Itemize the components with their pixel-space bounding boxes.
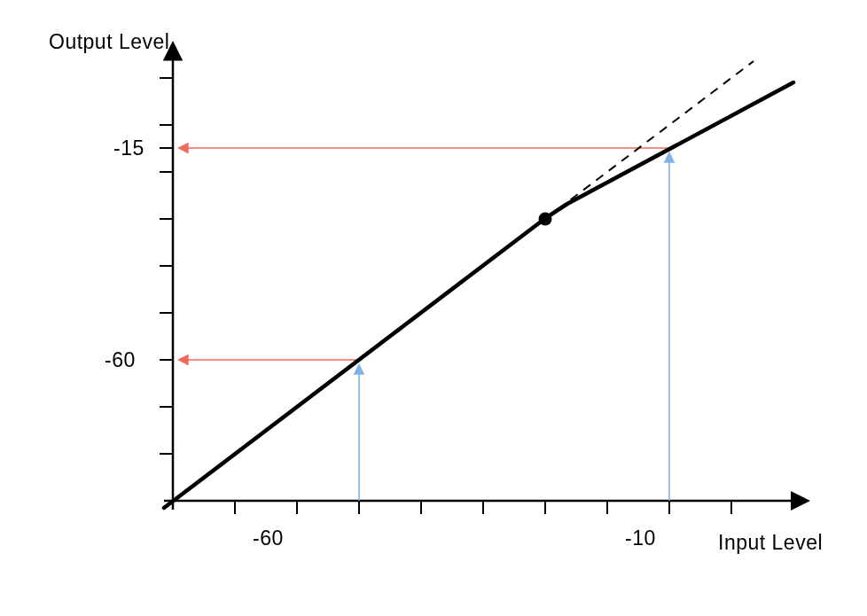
x-tick-label-10: -10 xyxy=(625,526,656,550)
y-ticks xyxy=(160,78,173,454)
chart-container: Output Level Input Level -15 -60 -60 -10 xyxy=(0,0,867,616)
x-tick-label-60: -60 xyxy=(253,526,284,550)
chart-svg: Output Level Input Level -15 -60 -60 -10 xyxy=(0,0,867,616)
y-axis-label: Output Level xyxy=(49,30,169,53)
knee-point xyxy=(539,213,552,226)
y-tick-label-15: -15 xyxy=(113,136,144,160)
unity-line-dashed xyxy=(545,61,754,219)
y-tick-label-60: -60 xyxy=(105,348,136,371)
x-axis-label: Input Level xyxy=(718,531,823,554)
compressor-curve xyxy=(164,82,793,508)
x-ticks xyxy=(235,501,731,514)
